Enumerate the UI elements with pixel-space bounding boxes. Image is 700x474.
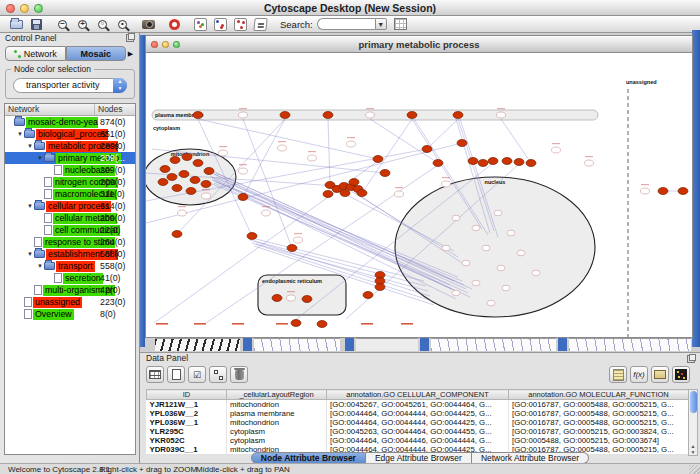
expand-arrow[interactable]: ▼: [36, 263, 44, 269]
graph-node-selected[interactable]: [193, 160, 203, 167]
column-header[interactable]: annotation.GO CELLULAR_COMPONENT: [327, 390, 509, 400]
tree-row[interactable]: ▼primary metabo209(...: [5, 152, 135, 164]
graph-node-selected[interactable]: [291, 320, 301, 327]
node-color-dropdown[interactable]: transporter activity ▲▼: [13, 78, 127, 93]
graph-node[interactable]: [366, 112, 375, 118]
network-label[interactable]: Overview: [33, 309, 74, 320]
graph-node[interactable]: [641, 188, 650, 194]
graph-node-selected[interactable]: [287, 245, 297, 252]
graph-node-selected[interactable]: [468, 158, 478, 165]
graph-node[interactable]: [497, 112, 506, 118]
graph-node-selected[interactable]: [204, 168, 214, 175]
graph-node[interactable]: [239, 112, 248, 118]
column-header[interactable]: ID: [147, 390, 227, 400]
zoom-fit-button[interactable]: •: [114, 17, 131, 32]
table-row[interactable]: YLR295Ccytoplasm[GO:0045263, GO:0044464,…: [147, 427, 689, 436]
graph-node-selected[interactable]: [349, 179, 359, 186]
graph-node[interactable]: [472, 225, 480, 231]
graph-node[interactable]: [239, 168, 248, 174]
graph-node[interactable]: [395, 191, 404, 197]
graph-node-selected[interactable]: [167, 174, 177, 181]
graph-node-selected[interactable]: [478, 160, 488, 167]
table-cell[interactable]: [GO:0016787, GO:0005488, GO:0005215, G..…: [509, 418, 689, 427]
network-label[interactable]: mosaic-demo-yeast: [26, 117, 98, 128]
table-cell[interactable]: [GO:0016787, GO:0005215, GO:0003824, G..…: [509, 427, 689, 436]
node-attributes-button[interactable]: [212, 17, 229, 32]
tree-col-network[interactable]: Network: [5, 104, 95, 115]
graph-node[interactable]: [497, 265, 505, 271]
select-attributes-button[interactable]: ☑: [188, 366, 206, 383]
graph-node[interactable]: [494, 210, 502, 216]
graph-node-selected[interactable]: [678, 188, 688, 195]
graph-node-selected[interactable]: [201, 181, 211, 188]
table-row[interactable]: YPL036W__1mitochondrion[GO:0044464, GO:0…: [147, 418, 689, 427]
table-cell[interactable]: YKR052C: [147, 436, 227, 445]
graph-node-selected[interactable]: [193, 112, 203, 119]
graph-node[interactable]: [502, 285, 510, 291]
graph-node-selected[interactable]: [407, 112, 417, 119]
save-session-button[interactable]: [28, 17, 45, 32]
graph-node[interactable]: [278, 145, 287, 151]
graph-node[interactable]: [202, 193, 211, 199]
search-dropdown-arrow[interactable]: ▼: [375, 18, 387, 30]
tree-row[interactable]: cellular metabo209(0): [5, 212, 135, 224]
graph-node-selected[interactable]: [247, 233, 257, 240]
float-panel-icon[interactable]: [126, 34, 134, 42]
table-cell[interactable]: [GO:0044464, GO:0044444, GO:0044425, G..…: [327, 418, 509, 427]
graph-node-selected[interactable]: [280, 112, 290, 119]
graph-node[interactable]: [347, 141, 356, 147]
graph-node[interactable]: [532, 270, 540, 276]
unselect-attributes-button[interactable]: [209, 366, 227, 383]
expand-arrow[interactable]: ▼: [26, 143, 34, 149]
background-window-fragment[interactable]: [155, 338, 240, 351]
tab-overflow-arrow[interactable]: ▶: [126, 46, 135, 61]
table-cell[interactable]: [GO:0045263, GO:0044464, GO:0044455, G..…: [327, 427, 509, 436]
graph-node-selected[interactable]: [172, 185, 182, 192]
open-file-button[interactable]: [8, 17, 25, 32]
vizmapper-button[interactable]: [252, 17, 269, 32]
graph-node[interactable]: [262, 210, 271, 216]
tree-row[interactable]: unassigned223(0): [5, 296, 135, 308]
import-table-button[interactable]: [392, 17, 409, 32]
graph-node-selected[interactable]: [172, 231, 182, 238]
tree-row[interactable]: macromolecule311(0): [5, 188, 135, 200]
graph-node[interactable]: [308, 155, 317, 161]
background-window-fragment[interactable]: [356, 338, 418, 351]
resize-grip[interactable]: [689, 465, 700, 474]
graph-node[interactable]: [472, 280, 480, 286]
graph-node-selected[interactable]: [526, 160, 536, 167]
tab-mosaic[interactable]: Mosaic: [66, 46, 127, 61]
graph-node-selected[interactable]: [158, 179, 168, 186]
tree-row[interactable]: nitrogen compo209(0): [5, 176, 135, 188]
column-header[interactable]: _cellularLayoutRegion: [227, 390, 327, 400]
tree-row[interactable]: ▼biological_process651(0): [5, 128, 135, 140]
network-canvas-container[interactable]: plasma membranecytoplasmmitochondrionnuc…: [146, 53, 692, 337]
graph-node[interactable]: [294, 237, 303, 243]
graph-node[interactable]: [178, 210, 187, 216]
graph-node-selected[interactable]: [514, 159, 524, 166]
graph-node-selected[interactable]: [422, 146, 432, 153]
tree-row[interactable]: ▼establishment of lo558(0): [5, 248, 135, 260]
network-label[interactable]: unassigned: [33, 297, 82, 308]
graph-node[interactable]: [452, 290, 460, 296]
table-cell[interactable]: mitochondrion: [227, 400, 327, 410]
tab-network[interactable]: Network: [5, 46, 66, 61]
graph-node-selected[interactable]: [658, 188, 668, 195]
graph-node[interactable]: [487, 300, 495, 306]
snapshot-button[interactable]: [140, 17, 157, 32]
tree-row[interactable]: cell communicat22(0): [5, 224, 135, 236]
graph-node-selected[interactable]: [317, 321, 327, 328]
graph-node[interactable]: [585, 160, 594, 166]
tree-row[interactable]: response to stimulu264(0): [5, 236, 135, 248]
graph-node-selected[interactable]: [375, 284, 385, 291]
annotation-network-button[interactable]: [192, 17, 209, 32]
graph-node-selected[interactable]: [457, 140, 467, 147]
zoom-in-button[interactable]: +: [74, 17, 91, 32]
table-cell[interactable]: cytoplasm: [227, 436, 327, 445]
graph-node-selected[interactable]: [357, 190, 367, 197]
graph-node[interactable]: [482, 245, 490, 251]
table-cell[interactable]: YLR295C: [147, 427, 227, 436]
help-button[interactable]: [166, 17, 183, 32]
delete-attribute-button[interactable]: [230, 366, 248, 383]
network-label[interactable]: secretion: [63, 273, 103, 284]
